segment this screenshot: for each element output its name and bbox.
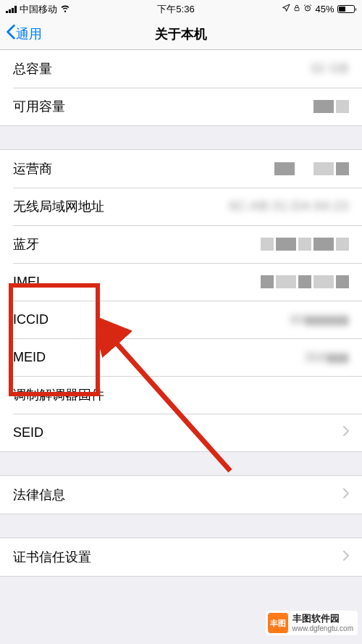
row-label: ICCID xyxy=(13,312,49,327)
row-value: 6C:AB:31:DA:94:23 xyxy=(230,199,349,214)
row-carrier: 运营商 xyxy=(0,150,362,188)
row-label: 证书信任设置 xyxy=(13,548,91,566)
row-value: 358▮▮▮ xyxy=(305,350,349,365)
row-label: MEID xyxy=(13,350,46,365)
chevron-right-icon xyxy=(339,425,349,440)
status-bar: 中国移动 下午5:36 45% xyxy=(0,0,362,18)
row-label: 运营商 xyxy=(13,160,52,177)
row-bluetooth: 蓝牙 xyxy=(0,225,362,263)
row-iccid: ICCID 89▮▮▮▮▮▮ xyxy=(0,301,362,338)
row-label: 调制解调器固件 xyxy=(13,386,104,403)
back-button[interactable]: 通用 xyxy=(6,24,42,43)
row-total-capacity: 总容量 32 GB xyxy=(0,50,362,88)
location-icon xyxy=(282,4,290,14)
row-label: 法律信息 xyxy=(13,486,65,503)
row-label: SEID xyxy=(13,425,43,440)
row-seid[interactable]: SEID xyxy=(0,414,362,451)
watermark: 丰图 丰图软件园 www.dgfengtu.com xyxy=(266,611,358,635)
watermark-logo: 丰图 xyxy=(268,613,288,633)
row-label: 可用容量 xyxy=(13,98,65,115)
battery-percent: 45% xyxy=(315,4,334,14)
list-group-storage: 总容量 32 GB 可用容量 xyxy=(0,50,362,126)
page-title: 关于本机 xyxy=(155,25,207,43)
row-imei: IMEI xyxy=(0,263,362,301)
row-cert-trust[interactable]: 证书信任设置 xyxy=(0,538,362,576)
status-time: 下午5:36 xyxy=(157,3,194,16)
row-wifi-address: 无线局域网地址 6C:AB:31:DA:94:23 xyxy=(0,188,362,225)
battery-icon xyxy=(337,5,357,13)
signal-icon xyxy=(6,6,17,13)
row-value xyxy=(274,162,349,175)
row-label: 蓝牙 xyxy=(13,235,39,253)
nav-bar: 通用 关于本机 xyxy=(0,18,362,50)
status-left: 中国移动 xyxy=(6,3,70,16)
list-group-cert: 证书信任设置 xyxy=(0,538,362,577)
row-value xyxy=(261,275,349,288)
lock-icon xyxy=(293,4,300,14)
chevron-right-icon xyxy=(339,488,349,502)
watermark-url: www.dgfengtu.com xyxy=(292,624,354,633)
alarm-icon xyxy=(303,4,312,14)
back-label: 通用 xyxy=(16,25,42,43)
row-label: 总容量 xyxy=(13,60,52,78)
list-group-network: 运营商 无线局域网地址 6C:AB:31:DA:94:23 蓝牙 IMEI IC… xyxy=(0,149,362,452)
row-label: 无线局域网地址 xyxy=(13,198,104,215)
row-value xyxy=(261,238,349,251)
chevron-right-icon xyxy=(339,550,349,564)
row-label: IMEI xyxy=(13,275,40,290)
row-modem-firmware: 调制解调器固件 xyxy=(0,376,362,414)
wifi-icon xyxy=(60,3,70,15)
carrier-label: 中国移动 xyxy=(20,3,57,16)
row-value xyxy=(313,100,349,113)
chevron-left-icon xyxy=(6,24,16,43)
row-meid: MEID 358▮▮▮ xyxy=(0,338,362,376)
status-right: 45% xyxy=(282,4,356,14)
row-available-capacity: 可用容量 xyxy=(0,88,362,125)
row-legal-info[interactable]: 法律信息 xyxy=(0,476,362,514)
svg-rect-0 xyxy=(295,8,300,11)
row-value: 32 GB xyxy=(311,62,349,76)
watermark-name: 丰图软件园 xyxy=(292,614,354,624)
list-group-legal: 法律信息 xyxy=(0,475,362,514)
row-value: 89▮▮▮▮▮▮ xyxy=(290,312,349,327)
